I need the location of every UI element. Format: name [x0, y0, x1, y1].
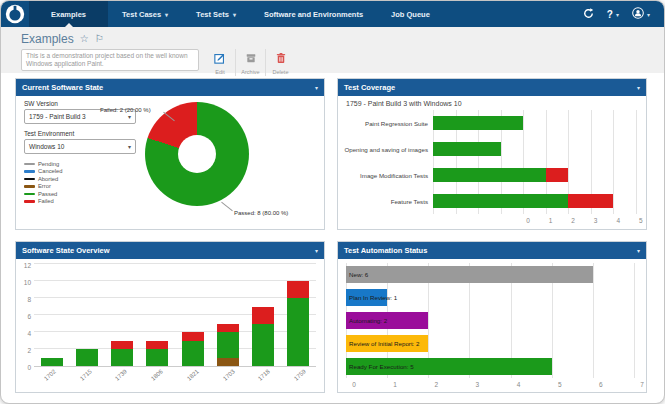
legend-marker: [24, 163, 35, 166]
stacked-bar-1702[interactable]: [41, 358, 63, 367]
help-menu[interactable]: ? ▾: [607, 9, 619, 20]
nav-item-software-and-environments[interactable]: Software and Environments: [250, 1, 377, 27]
bar-row-image-modification-tests: Image Modification Tests: [338, 162, 646, 188]
archive-icon: [245, 50, 257, 68]
bar-segment-failed[interactable]: [111, 341, 133, 350]
panel-header: Current Software State ▾: [16, 79, 324, 96]
x-tick-label: 1715: [75, 365, 95, 384]
panel-title: Current Software State: [22, 83, 103, 92]
x-tick-label: 1759: [290, 365, 310, 384]
y-tick-label: 2: [27, 347, 31, 354]
test-environment-select[interactable]: Windows 10 ▾: [24, 139, 136, 154]
software-state-overview-chart[interactable]: 024681012: [16, 259, 324, 367]
legend-item-canceled: Canceled: [24, 168, 136, 176]
bar-row-automating-2: Automating: 2: [338, 309, 646, 332]
bar-segment-ready-for-execution-5[interactable]: Ready For Execution: 5: [346, 358, 552, 375]
flag-icon[interactable]: ⚐: [95, 34, 104, 44]
bar-segment-passed[interactable]: [433, 194, 568, 208]
x-tick-label: 1739: [111, 365, 131, 384]
category-label: Paint Regression Suite: [338, 120, 433, 127]
x-tick-label: 5: [558, 381, 562, 388]
panel-title: Test Automation Status: [344, 246, 427, 255]
bar-segment-failed[interactable]: [546, 168, 569, 182]
stacked-bar-1715[interactable]: [76, 349, 98, 366]
stacked-bar-1806[interactable]: [146, 341, 168, 367]
x-tick-label: 0: [526, 217, 530, 224]
edit-icon: [214, 50, 226, 68]
bar-segment-passed[interactable]: [433, 116, 523, 130]
nav-item-test-sets[interactable]: Test Sets▾: [182, 1, 250, 27]
x-tick-label: 2: [434, 381, 438, 388]
x-tick-label: 2: [571, 217, 575, 224]
bar-segment-passed[interactable]: [76, 349, 98, 366]
user-icon: [632, 5, 644, 23]
bar-segment-passed[interactable]: [287, 298, 309, 366]
app-logo[interactable]: [5, 4, 25, 24]
legend-item-pending: Pending: [24, 160, 136, 168]
x-tick-label: 0: [352, 381, 356, 388]
stacked-bar-1703[interactable]: [217, 324, 239, 367]
bar-segment-passed[interactable]: [252, 324, 274, 367]
results-donut-chart[interactable]: [145, 102, 249, 206]
test-coverage-chart[interactable]: Paint Regression SuiteOpening and saving…: [338, 110, 646, 227]
stacked-bar-1821[interactable]: [182, 332, 204, 366]
collapse-icon[interactable]: ▾: [637, 247, 640, 254]
bar-segment-failed[interactable]: [182, 332, 204, 341]
bar-segment-failed[interactable]: [217, 324, 239, 333]
x-tick-label: 4: [517, 381, 521, 388]
collapse-icon[interactable]: ▾: [637, 84, 640, 91]
bar-segment-passed[interactable]: [182, 341, 204, 367]
stacked-bar-1718[interactable]: [252, 307, 274, 367]
refresh-icon: [583, 5, 594, 23]
passed-slice-annotation: Passed: 8 (80.00 %): [234, 210, 288, 216]
bar-segment-failed[interactable]: [146, 341, 168, 350]
test-automation-chart[interactable]: New: 6Plan In Review: 1Automating: 2Revi…: [338, 263, 646, 391]
collapse-icon[interactable]: ▾: [315, 84, 318, 91]
stacked-bar-1739[interactable]: [111, 341, 133, 367]
archive-button[interactable]: Archive: [235, 49, 265, 76]
panel-test-coverage: Test Coverage ▾ 1759 - Paint Build 3 wit…: [337, 78, 647, 230]
stacked-bar-1759[interactable]: [287, 281, 309, 366]
x-tick-label: 1703: [218, 365, 238, 384]
delete-button[interactable]: Delete: [265, 49, 295, 76]
project-actions: Edit Archive Delete: [205, 49, 295, 76]
y-tick-label: 12: [24, 262, 31, 269]
bar-segment-error[interactable]: [217, 358, 239, 367]
x-tick-label: 6: [599, 381, 603, 388]
bar-segment-failed[interactable]: [252, 307, 274, 324]
bar-row-feature-tests: Feature Tests: [338, 188, 646, 214]
panel-title: Test Coverage: [344, 83, 395, 92]
bar-segment-passed[interactable]: [146, 349, 168, 366]
y-tick-label: 10: [24, 279, 31, 286]
panel-title: Software State Overview: [22, 246, 110, 255]
bar-segment-passed[interactable]: [433, 142, 501, 156]
gridline: [34, 263, 316, 264]
bar-segment-plan-in-review-1[interactable]: Plan In Review: 1: [346, 289, 387, 306]
nav-item-test-cases[interactable]: Test Cases▾: [108, 1, 182, 27]
legend-marker: [24, 193, 35, 196]
x-tick-label: 1702: [40, 365, 60, 384]
category-label: Image Modification Tests: [338, 172, 433, 179]
bar-row-new-6: New: 6: [338, 263, 646, 286]
collapse-icon[interactable]: ▾: [315, 247, 318, 254]
bar-segment-passed[interactable]: [217, 332, 239, 358]
refresh-button[interactable]: [583, 5, 594, 23]
legend-item-passed: Passed: [24, 190, 136, 198]
bar-segment-new-6[interactable]: New: 6: [346, 266, 593, 283]
bar-segment-passed[interactable]: [111, 349, 133, 366]
bar-segment-review-of-initial-report-2[interactable]: Review of Initial Report: 2: [346, 335, 428, 352]
bar-segment-failed[interactable]: [568, 194, 613, 208]
nav-item-job-queue[interactable]: Job Queue: [377, 1, 444, 27]
edit-button[interactable]: Edit: [205, 49, 235, 76]
bar-segment-failed[interactable]: [287, 281, 309, 298]
bar-segment-passed[interactable]: [41, 358, 63, 367]
bar-segment-passed[interactable]: [433, 168, 546, 182]
chevron-down-icon: ▾: [233, 11, 236, 18]
user-menu[interactable]: ▾: [632, 5, 650, 23]
overview-x-axis-labels: 17021715173918061821170317181759: [16, 372, 324, 378]
x-tick-label: 3: [476, 381, 480, 388]
nav-item-examples[interactable]: Examples: [29, 1, 108, 27]
star-icon[interactable]: ☆: [80, 34, 89, 44]
bar-segment-automating-2[interactable]: Automating: 2: [346, 312, 428, 329]
current-software-state-body: SW Version 1759 - Paint Build 3 ▾ Test E…: [16, 96, 324, 229]
